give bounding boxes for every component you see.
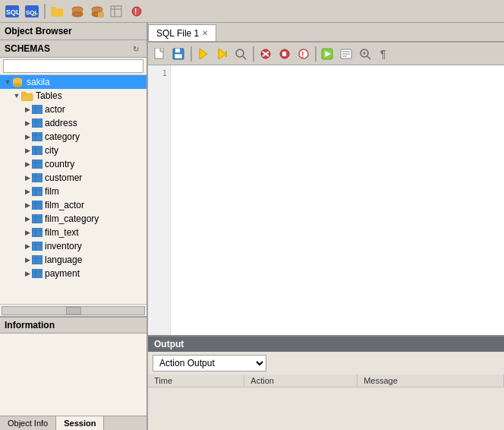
customer-label: customer [45,172,82,183]
output-panel: Output Action Output Time Action Message [148,335,504,430]
film-actor-arrow [23,201,32,210]
toolbar-sep1 [44,4,46,19]
sql-sep1 [191,46,192,62]
schema-search-input[interactable] [3,59,143,73]
main-container: Object Browser SCHEMAS ↻ sakila [0,23,504,430]
svg-point-70 [236,49,244,57]
sql-pilcrow-btn[interactable]: ¶ [376,45,394,63]
film-actor-label: film_actor [45,200,84,210]
toolbar-db3-btn[interactable] [108,2,126,21]
tree-item-payment[interactable]: payment [0,267,146,280]
top-toolbar: SQL SQL2 ! [0,0,504,23]
sql-search2-btn[interactable] [357,45,375,63]
output-data-table: Time Action Message [148,375,504,387]
svg-point-21 [13,84,22,87]
toolbar-db1-btn[interactable] [68,2,87,21]
sql-save-btn[interactable] [170,45,188,63]
inventory-arrow [23,242,32,251]
sql-file-1-tab[interactable]: SQL File 1 ✕ [148,24,216,41]
svg-rect-30 [32,132,43,141]
svg-rect-65 [175,49,180,52]
tree-item-language[interactable]: language [0,253,146,267]
sql-stop-btn[interactable] [257,45,275,63]
tree-container: sakila Tables actor address [0,75,146,304]
tree-item-city[interactable]: city [0,144,146,157]
svg-rect-48 [32,214,43,223]
svg-rect-42 [32,187,43,196]
tables-label: Tables [36,90,62,101]
country-label: country [45,159,74,169]
output-header: Output [148,337,504,352]
toolbar-sql2-btn[interactable]: SQL2 [23,2,41,21]
sql-format-btn[interactable] [338,45,356,63]
info-header: Information [0,318,146,334]
sql-editor-area[interactable] [171,65,504,335]
film-category-label: film_category [45,213,99,224]
actor-arrow [23,105,32,114]
session-tab[interactable]: Session [56,416,104,430]
inventory-label: inventory [45,241,82,251]
customer-arrow [23,173,32,182]
object-info-tab[interactable]: Object Info [0,416,56,430]
address-label: address [45,118,77,128]
tree-item-film-category[interactable]: film_category [0,212,146,226]
tree-item-sakila[interactable]: sakila [0,75,146,89]
svg-rect-24 [32,105,43,114]
schemas-refresh-btn[interactable]: ↻ [130,43,142,55]
tree-item-country[interactable]: country [0,157,146,171]
svg-rect-23 [21,92,26,95]
tree-item-film[interactable]: film [0,185,146,198]
toolbar-sql-btn[interactable]: SQL [3,2,21,21]
toolbar-db4-btn[interactable]: ! [128,2,146,21]
tree-item-address[interactable]: address [0,116,146,130]
h-scrollbar[interactable] [0,304,146,316]
tree-item-actor[interactable]: actor [0,103,146,116]
line-number-1: 1 [151,68,167,78]
film-text-label: film_text [45,227,79,238]
sql-error-btn[interactable]: ! [295,45,313,63]
sql-stop2-btn[interactable] [276,45,294,63]
toolbar-db2-btn[interactable] [88,2,106,21]
svg-text:!: ! [301,50,304,59]
sql-run-btn[interactable] [319,45,337,63]
address-arrow [23,119,32,128]
toolbar-folder-btn[interactable] [49,2,67,21]
category-arrow [23,132,32,141]
tree-item-film-text[interactable]: film_text [0,226,146,239]
svg-line-71 [243,56,246,59]
svg-rect-60 [32,269,43,278]
sql-explain-btn[interactable] [213,45,232,63]
svg-rect-27 [32,119,43,128]
sql-new-btn[interactable] [151,45,169,63]
action-output-select[interactable]: Action Output [153,355,266,372]
film-label: film [45,186,59,197]
category-label: category [45,131,80,142]
output-table: Time Action Message [148,375,504,430]
tree-item-tables[interactable]: Tables [0,89,146,103]
city-arrow [23,146,32,155]
svg-rect-36 [32,160,43,169]
film-text-arrow [23,228,32,237]
schemas-label: SCHEMAS [5,43,50,54]
svg-rect-33 [32,146,43,155]
output-col-action: Action [244,375,358,387]
svg-rect-54 [32,242,43,251]
tab-bar: SQL File 1 ✕ [148,23,504,43]
schemas-header: SCHEMAS ↻ [0,40,146,58]
search-box [0,58,146,75]
sakila-arrow [3,77,12,87]
tree-item-category[interactable]: category [0,130,146,144]
svg-line-86 [367,56,370,59]
line-numbers: 1 [148,65,171,335]
sql-file-1-close[interactable]: ✕ [202,29,208,37]
tree-item-film-actor[interactable]: film_actor [0,198,146,212]
tree-item-inventory[interactable]: inventory [0,239,146,253]
sql-execute-btn[interactable] [194,45,213,63]
info-panel: Information Object Info Session [0,316,146,430]
film-arrow [23,187,32,196]
payment-label: payment [45,268,80,279]
tree-item-customer[interactable]: customer [0,171,146,185]
svg-marker-68 [219,49,226,59]
sql-search-btn[interactable] [232,45,250,63]
svg-text:SQL: SQL [6,8,19,16]
